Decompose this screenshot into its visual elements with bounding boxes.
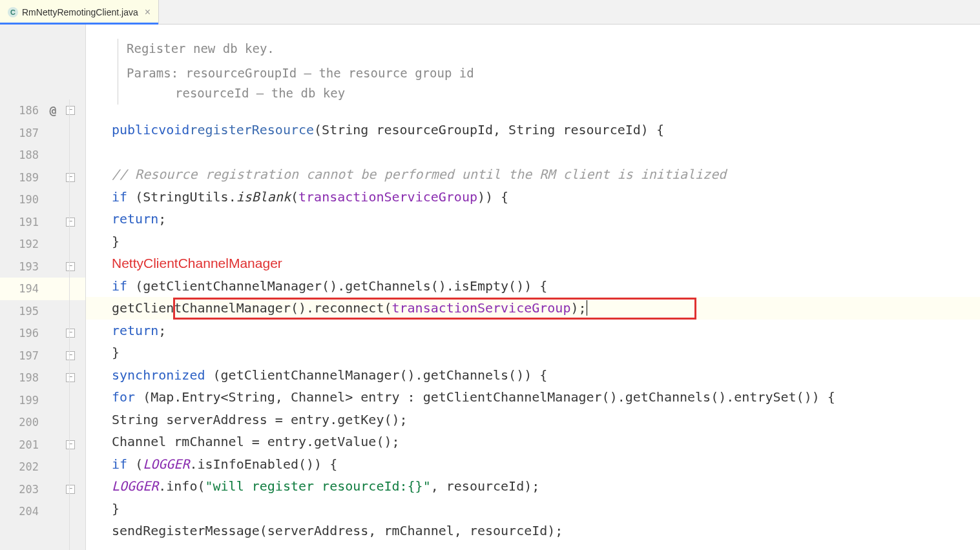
line-number: 199 (0, 389, 44, 412)
annotation-red-label: NettyClientChannelManager (112, 252, 282, 275)
line-number: 186 (0, 99, 44, 122)
line-number: 197 (0, 345, 44, 367)
code-line[interactable]: NettyClientChannelManager (86, 252, 980, 275)
tab-filename: RmNettyRemotingClient.java (22, 7, 138, 17)
close-icon[interactable]: × (145, 6, 151, 18)
javadoc-params: Params: resourceGroupId – the resource g… (127, 63, 980, 83)
code-line[interactable]: } (86, 230, 980, 253)
code-line[interactable]: sendRegisterMessage(serverAddress, rmCha… (86, 520, 980, 542)
javadoc-rendered: Register new db key. Params: resourceGro… (86, 25, 980, 119)
code-line[interactable]: Channel rmChannel = entry.getValue(); (86, 431, 980, 453)
line-number: 192 (0, 233, 44, 256)
javadoc-param: resourceId – the db key (127, 83, 980, 103)
code-line[interactable]: String serverAddress = entry.getKey(); (86, 409, 980, 431)
fold-toggle-icon[interactable]: − (66, 329, 75, 338)
code-line[interactable]: } (86, 341, 980, 364)
editor-gutter: 186@− 187 188 189− 190 191− 192 193− 194… (0, 25, 86, 550)
text-cursor (587, 300, 588, 316)
code-line[interactable]: } (86, 498, 980, 520)
code-line[interactable]: if (getClientChannelManager().getChannel… (86, 275, 980, 298)
line-number: 203 (0, 478, 44, 501)
line-number: 194 (0, 278, 44, 300)
line-number: 190 (0, 188, 44, 211)
fold-toggle-icon[interactable]: − (66, 218, 75, 227)
code-editor[interactable]: 186@− 187 188 189− 190 191− 192 193− 194… (0, 25, 980, 550)
java-class-icon: C (8, 7, 18, 17)
code-line[interactable]: return; (86, 208, 980, 230)
javadoc-summary: Register new db key. (127, 39, 980, 58)
code-area[interactable]: Register new db key. Params: resourceGro… (86, 25, 980, 550)
fold-toggle-icon[interactable]: − (66, 173, 75, 182)
line-number: 193 (0, 256, 44, 278)
line-number: 204 (0, 500, 44, 523)
line-number: 198 (0, 367, 44, 389)
code-line[interactable]: public void registerResource(String reso… (86, 119, 980, 141)
code-line[interactable]: for (Map.Entry<String, Channel> entry : … (86, 386, 980, 409)
code-line[interactable]: getClientChannelManager().reconnect(tran… (86, 297, 980, 320)
line-number: 202 (0, 456, 44, 478)
code-line[interactable]: if (StringUtils.isBlank(transactionServi… (86, 186, 980, 209)
line-number: 200 (0, 411, 44, 434)
code-line[interactable]: synchronized (getClientChannelManager().… (86, 364, 980, 387)
fold-toggle-icon[interactable]: − (66, 373, 75, 382)
code-line[interactable]: // Resource registration cannot be perfo… (86, 163, 980, 186)
line-number: 191 (0, 211, 44, 234)
code-line[interactable]: if (LOGGER.isInfoEnabled()) { (86, 453, 980, 476)
line-number: 195 (0, 300, 44, 323)
override-gutter-icon[interactable]: @ (44, 99, 62, 122)
line-number: 196 (0, 322, 44, 345)
code-line[interactable]: LOGGER.info("will register resourceId:{}… (86, 475, 980, 498)
line-number: 189 (0, 167, 44, 189)
code-line[interactable]: return; (86, 320, 980, 342)
tab-bar: C RmNettyRemotingClient.java × (0, 0, 980, 25)
fold-toggle-icon[interactable]: − (66, 351, 75, 360)
fold-toggle-icon[interactable]: − (66, 262, 75, 271)
fold-toggle-icon[interactable]: − (66, 440, 75, 449)
fold-toggle-icon[interactable]: − (66, 106, 75, 115)
line-number: 201 (0, 434, 44, 456)
line-number: 187 (0, 122, 44, 145)
file-tab-active[interactable]: C RmNettyRemotingClient.java × (0, 0, 159, 24)
code-line[interactable] (86, 141, 980, 164)
fold-toggle-icon[interactable]: − (66, 485, 75, 494)
line-number: 188 (0, 144, 44, 167)
